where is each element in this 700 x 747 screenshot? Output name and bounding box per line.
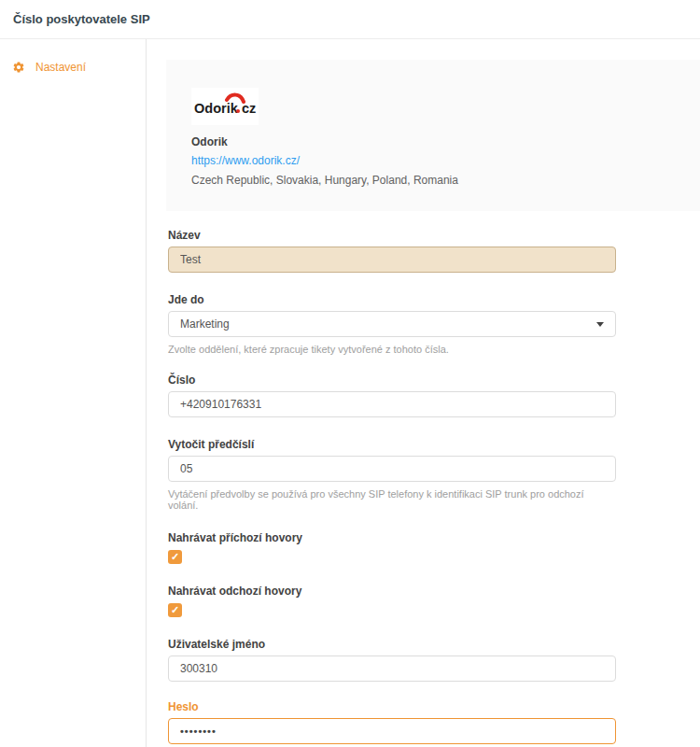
checkmark-icon: ✓ [171, 552, 179, 562]
sidebar: Nastavení [0, 39, 147, 747]
predcisli-label: Vytočit předčíslí [168, 438, 616, 451]
gear-icon [12, 61, 25, 74]
heslo-input[interactable] [168, 718, 616, 744]
uzivatelske-jmeno-label: Uživatelské jméno [168, 638, 616, 651]
odorik-logo: Odorik cz [191, 88, 259, 125]
nazev-input[interactable] [168, 247, 616, 273]
nahravat-prichozi-checkbox[interactable]: ✓ [168, 550, 182, 564]
uzivatelske-jmeno-input[interactable] [168, 655, 616, 682]
jde-do-selected-value: Marketing [180, 317, 230, 331]
jde-do-help: Zvolte oddělení, které zpracuje tikety v… [168, 344, 616, 355]
sidebar-item-nastaveni[interactable]: Nastavení [0, 61, 146, 74]
sidebar-item-label: Nastavení [35, 61, 86, 74]
jde-do-select[interactable]: Marketing [168, 311, 616, 337]
nahravat-odchozi-checkbox[interactable]: ✓ [168, 603, 182, 617]
jde-do-label: Jde do [168, 293, 616, 306]
page-header: Číslo poskytovatele SIP [0, 0, 700, 39]
predcisli-help: Vytáčení předvolby se používá pro všechn… [168, 488, 616, 511]
nahravat-odchozi-label: Nahrávat odchozí hovory [168, 585, 616, 598]
content-area: Odorik cz Odorik https://www.odorik.cz/ … [147, 39, 700, 747]
predcisli-input[interactable] [168, 456, 616, 482]
chevron-down-icon [596, 322, 604, 327]
main-layout: Nastavení Odorik cz Odorik https://www.o… [0, 39, 700, 747]
checkmark-icon: ✓ [171, 605, 179, 615]
cislo-label: Číslo [168, 374, 616, 387]
cislo-input[interactable] [168, 391, 616, 417]
nahravat-prichozi-label: Nahrávat příchozí hovory [168, 531, 616, 544]
nazev-label: Název [168, 229, 616, 242]
sip-provider-form: Název Jde do Marketing Zvolte oddělení, … [168, 229, 616, 747]
page-title: Číslo poskytovatele SIP [13, 12, 150, 26]
provider-url-link[interactable]: https://www.odorik.cz/ [191, 154, 300, 167]
provider-countries: Czech Republic, Slovakia, Hungary, Polan… [191, 174, 681, 187]
logo-text-suffix: cz [242, 101, 256, 116]
provider-name: Odorik [191, 135, 681, 148]
logo-red-dot [236, 109, 240, 113]
provider-card: Odorik cz Odorik https://www.odorik.cz/ … [166, 60, 700, 211]
logo-text-main: Odorik [194, 101, 239, 116]
heslo-label: Heslo [168, 700, 616, 713]
